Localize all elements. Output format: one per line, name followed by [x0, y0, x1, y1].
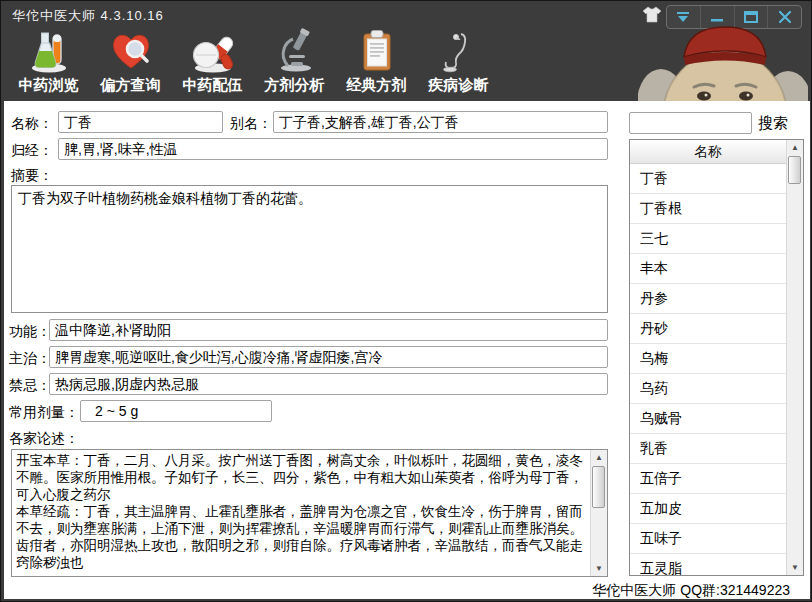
discussion-text: 开宝本草：丁香，二月、八月采。按广州送丁香图，树高丈余，叶似栎叶，花圆细，黄色，… — [12, 450, 590, 573]
scroll-up-icon[interactable]: ▲ — [787, 140, 803, 155]
taboo-label: 禁忌： — [9, 377, 51, 395]
microscope-icon — [271, 28, 319, 74]
list-item[interactable]: 乌梅 — [630, 344, 786, 374]
statusbar-text: 华佗中医大师 QQ群:321449223 — [592, 582, 790, 600]
search-input[interactable] — [629, 112, 752, 134]
stethoscope-icon — [435, 28, 483, 74]
search-button[interactable]: 搜索 — [758, 114, 788, 133]
list-item[interactable]: 五灵脂 — [630, 554, 786, 575]
list-item[interactable]: 五加皮 — [630, 494, 786, 524]
dosage-label: 常用剂量： — [9, 404, 79, 422]
list-rows: 丁香 丁香根 三七 丰本 丹参 丹砂 乌梅 乌药 乌贼骨 乳香 五倍子 五加皮 … — [630, 164, 786, 575]
list-item[interactable]: 丹砂 — [630, 314, 786, 344]
window-title: 华佗中医大师 4.3.10.16 — [12, 7, 164, 25]
toolbar-item-formula-analysis[interactable]: 方剂分析 — [257, 28, 332, 95]
list-item[interactable]: 五倍子 — [630, 464, 786, 494]
alias-input[interactable]: 丁子香,支解香,雄丁香,公丁香 — [273, 111, 608, 133]
meridian-label: 归经： — [11, 142, 53, 160]
toolbar-item-label: 偏方查询 — [101, 76, 161, 95]
content-panel: 名称： 丁香 别名： 丁子香,支解香,雄丁香,公丁香 归经： 脾,胃,肾,味辛,… — [4, 101, 810, 599]
summary-text: 丁香为双子叶植物药桃金娘科植物丁香的花蕾。 — [12, 186, 607, 210]
pills-icon — [189, 28, 237, 74]
scrollbar-thumb[interactable] — [788, 156, 801, 184]
toolbar-item-label: 经典方剂 — [347, 76, 407, 95]
scroll-down-icon[interactable]: ▼ — [787, 560, 803, 575]
app-window: 华佗中医大师 4.3.10.16 — [0, 0, 812, 602]
toolbar: 中药浏览 偏方查询 — [11, 28, 496, 95]
alias-label: 别名： — [230, 115, 272, 133]
scrollbar-thumb[interactable] — [592, 466, 605, 508]
list-item[interactable]: 丰本 — [630, 254, 786, 284]
summary-label: 摘要： — [11, 167, 53, 185]
discussion-label: 各家论述： — [9, 430, 79, 448]
dosage-input[interactable]: 2 ~ 5 g — [80, 400, 272, 422]
discussion-scrollbar[interactable]: ▲ ▼ — [590, 450, 607, 576]
herb-list: 名称 丁香 丁香根 三七 丰本 丹参 丹砂 乌梅 乌药 乌贼骨 乳香 五倍子 五… — [629, 139, 804, 576]
list-item[interactable]: 乳香 — [630, 434, 786, 464]
scroll-up-icon[interactable]: ▲ — [591, 450, 607, 465]
function-label: 功能： — [9, 323, 51, 341]
name-label: 名称： — [11, 115, 53, 133]
list-header[interactable]: 名称 — [630, 140, 786, 164]
list-item[interactable]: 乌药 — [630, 374, 786, 404]
toolbar-item-label: 中药配伍 — [183, 76, 243, 95]
heart-magnifier-icon — [107, 28, 155, 74]
toolbar-item-herb-compat[interactable]: 中药配伍 — [175, 28, 250, 95]
toolbar-item-classic-formula[interactable]: 经典方剂 — [339, 28, 414, 95]
shirt-icon[interactable] — [642, 6, 662, 24]
flask-icon — [25, 28, 73, 74]
scroll-down-icon[interactable]: ▼ — [591, 561, 607, 576]
toolbar-item-remedy-search[interactable]: 偏方查询 — [93, 28, 168, 95]
list-item[interactable]: 丁香 — [630, 164, 786, 194]
taboo-input[interactable]: 热病忌服,阴虚内热忌服 — [49, 373, 608, 395]
list-item[interactable]: 丁香根 — [630, 194, 786, 224]
indication-input[interactable]: 脾胃虚寒,呃逆呕吐,食少吐泻,心腹冷痛,肾虚阳痿,宫冷 — [49, 346, 608, 368]
list-scrollbar[interactable]: ▲ ▼ — [786, 140, 803, 575]
list-item[interactable]: 丹参 — [630, 284, 786, 314]
indication-label: 主治： — [9, 350, 51, 368]
toolbar-item-label: 方剂分析 — [265, 76, 325, 95]
toolbar-item-label: 疾病诊断 — [429, 76, 489, 95]
meridian-input[interactable]: 脾,胃,肾,味辛,性温 — [58, 138, 608, 160]
summary-textarea[interactable]: 丁香为双子叶植物药桃金娘科植物丁香的花蕾。 — [11, 185, 608, 313]
discussion-textarea[interactable]: 开宝本草：丁香，二月、八月采。按广州送丁香图，树高丈余，叶似栎叶，花圆细，黄色，… — [11, 449, 608, 577]
list-item[interactable]: 五味子 — [630, 524, 786, 554]
huatuo-portrait — [638, 25, 808, 101]
function-input[interactable]: 温中降逆,补肾助阳 — [49, 319, 608, 341]
list-item[interactable]: 乌贼骨 — [630, 404, 786, 434]
list-item[interactable]: 三七 — [630, 224, 786, 254]
clipboard-icon — [353, 28, 401, 74]
toolbar-item-herb-browse[interactable]: 中药浏览 — [11, 28, 86, 95]
toolbar-item-label: 中药浏览 — [19, 76, 79, 95]
name-input[interactable]: 丁香 — [58, 111, 223, 133]
toolbar-item-disease-diagnosis[interactable]: 疾病诊断 — [421, 28, 496, 95]
